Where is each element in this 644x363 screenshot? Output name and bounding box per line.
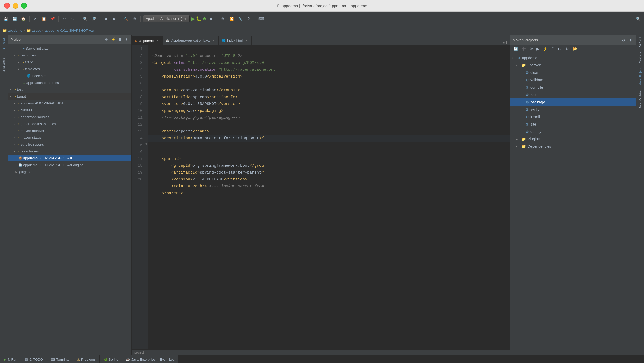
maven-item-appdemo[interactable]: ▾ ⚙ appdemo (510, 54, 636, 61)
structure-icon-btn[interactable]: 2: Structure (2, 56, 6, 73)
forward-button[interactable]: ▶ (110, 15, 118, 22)
tree-item-maven-archiver[interactable]: ▸ ▪ maven-archiver (8, 127, 131, 134)
tree-item-generated-sources[interactable]: ▸ ▪ generated-sources (8, 113, 131, 120)
save-all-button[interactable]: 💾 (2, 15, 10, 22)
back-button[interactable]: ◀ (102, 15, 109, 22)
collapse-button[interactable]: ☰ (118, 37, 123, 42)
art-build-tab[interactable]: Art Build (637, 35, 644, 50)
database-tab[interactable]: Database (637, 50, 644, 65)
replace-button[interactable]: 🔎 (90, 15, 97, 22)
maven-collapse-all-button[interactable]: 📂 (571, 46, 578, 52)
breadcrumb-war[interactable]: appdemo-0.0.1-SNAPSHOT.war (45, 28, 94, 32)
tools-button[interactable]: 🔧 (236, 15, 244, 22)
maven-item-lifecycle[interactable]: ▾ 📁 Lifecycle (510, 61, 636, 69)
tree-item-generated-test-sources[interactable]: ▸ ▪ generated-test-sources (8, 120, 131, 127)
tree-item-resources[interactable]: ▾ ▪ resources (8, 52, 131, 59)
tree-item-appprops[interactable]: ⚙ application.properties (8, 79, 131, 86)
fold-arrow-15[interactable]: ▽ (145, 141, 147, 148)
sync-button[interactable]: 🔄 (11, 15, 18, 22)
tree-item-appdemo-snapshot[interactable]: ▸ ▪ appdemo-0.0.1-SNAPSHOT (8, 100, 131, 107)
bean-validation-tab[interactable]: Bean Validation (637, 88, 644, 110)
tree-item-test-classes[interactable]: ▸ ▪ test-classes (8, 148, 131, 155)
nav-button[interactable]: 🏠 (19, 15, 27, 22)
maven-item-plugins[interactable]: ▸ 📁 Plugins (510, 135, 636, 143)
maven-refresh-button[interactable]: 🔄 (512, 46, 519, 52)
vcs-button[interactable]: 🔀 (228, 15, 235, 22)
tree-item-classes[interactable]: ▸ ▪ classes (8, 107, 131, 113)
maven-item-deploy[interactable]: ⚙ deploy (510, 128, 636, 135)
run-config-dropdown[interactable]: AppdemoApplication (1) ▼ (143, 15, 190, 22)
problems-tab[interactable]: ⚠ Problems (73, 355, 100, 363)
gear-button[interactable]: ⚡ (110, 37, 116, 42)
fullscreen-button[interactable] (21, 3, 27, 9)
help-button[interactable]: ? (245, 15, 252, 22)
breadcrumb-target[interactable]: 📁 target (27, 28, 41, 32)
tree-item-war-selected[interactable]: 📦 appdemo-0.0.1-SNAPSHOT.war (8, 155, 131, 161)
cog-settings-button[interactable]: ⚙ (104, 37, 109, 42)
maven-generate-button[interactable]: ⚙ (564, 46, 570, 52)
paste-button[interactable]: 📌 (49, 15, 56, 22)
maven-item-dependencies[interactable]: ▸ 📁 Dependencies (510, 143, 636, 150)
tree-item-surefire-reports[interactable]: ▸ ▪ surefire-reports (8, 141, 131, 148)
maven-run-button[interactable]: ▶ (535, 46, 541, 52)
close-button[interactable] (4, 3, 10, 9)
tree-item-templates[interactable]: ▾ ▪ templates (8, 65, 131, 72)
java-enterprise-tab[interactable]: ☕ Java Enterprise (122, 355, 159, 363)
maven-item-verify[interactable]: ⚙ verify (510, 106, 636, 113)
tab-appdemoapplication[interactable]: ☕ AppdemoApplication.java ✕ (163, 36, 219, 45)
maven-item-validate[interactable]: ⚙ validate (510, 76, 636, 84)
maven-toggle-button[interactable]: ⬡ (550, 46, 556, 52)
maven-item-install[interactable]: ⚙ install (510, 113, 636, 121)
maven-settings-button[interactable]: ⚙ (621, 37, 627, 43)
tab-indexhtml[interactable]: 🌐 index.html ✕ (219, 36, 252, 45)
stop-button[interactable]: ⏹ (207, 15, 215, 22)
build2-button[interactable]: ⚙ (131, 15, 138, 22)
settings-button[interactable]: ⚙ (219, 15, 227, 22)
maven-item-compile[interactable]: ⚙ compile (510, 84, 636, 91)
redo-button[interactable]: ↪ (69, 15, 77, 22)
event-log-button[interactable]: Event Log (159, 357, 175, 362)
maven-projects-tab[interactable]: Maven Projects (637, 65, 644, 88)
tab-appdemo[interactable]: 🗒 appdemo ✕ (132, 36, 163, 45)
tree-item-war-original[interactable]: 📄 appdemo-0.0.1-SNAPSHOT.war.original (8, 161, 131, 168)
maven-item-site[interactable]: ⚙ site (510, 121, 636, 128)
undo-button[interactable]: ↩ (61, 15, 68, 22)
maven-reload-button[interactable]: ⟳ (528, 46, 534, 52)
maven-item-clean[interactable]: ⚙ clean (510, 69, 636, 76)
build-button[interactable]: 🔨 (122, 15, 130, 22)
tree-item-maven-status[interactable]: ▸ ▪ maven-status (8, 134, 131, 141)
tree-item-target[interactable]: ▾ ▪ target (8, 93, 131, 100)
minimize-button[interactable] (13, 3, 18, 9)
cut-button[interactable]: ✂ (32, 15, 39, 22)
maven-add-button[interactable]: ➕ (520, 46, 527, 52)
maven-run-debug-button[interactable]: ⚡ (542, 46, 549, 52)
tab-close-index[interactable]: ✕ (244, 39, 248, 42)
tab-close-appdemo[interactable]: ✕ (155, 39, 159, 43)
debug-button[interactable]: 🐛 (196, 16, 202, 22)
tab-close-app[interactable]: ✕ (211, 39, 215, 42)
maven-skip-tests-button[interactable]: ⏭ (557, 46, 563, 52)
code-content[interactable]: <?xml version="1.0" encoding="UTF-8"?> <… (148, 45, 510, 349)
maven-item-package[interactable]: ⚙ package (510, 98, 636, 106)
run-tab[interactable]: ▶ 4: Run (0, 355, 21, 363)
breadcrumb-appdemo[interactable]: 📁 appdemo (3, 28, 22, 32)
copy-button[interactable]: 📋 (40, 15, 48, 22)
run-button[interactable]: ▶ (191, 16, 195, 22)
search-everywhere-button[interactable]: 🔍 (634, 15, 642, 22)
maven-item-test[interactable]: ⚙ test (510, 91, 636, 98)
todo-tab[interactable]: ☑ 6: TODO (21, 355, 47, 363)
coverage-button[interactable]: ☘ (203, 16, 206, 21)
tree-item-static[interactable]: ▸ ▪ static (8, 59, 131, 65)
code-editor[interactable]: 12345 678910 1112131415 1617181920 (132, 45, 510, 349)
tree-item-gitignore[interactable]: ⚙ .gitignore (8, 168, 131, 175)
maven-collapse-button[interactable]: ⬍ (628, 37, 633, 43)
tree-item-servletinitializer[interactable]: ● ServletInitializer (8, 45, 131, 52)
terminal-tab[interactable]: ⌨ Terminal (47, 355, 73, 363)
terminal-button[interactable]: ⌨ (257, 15, 265, 22)
expand-button[interactable]: ⬍ (124, 37, 129, 42)
spring-tab[interactable]: 🌿 Spring (100, 355, 123, 363)
tree-item-test[interactable]: ▸ ▪ test (8, 86, 131, 93)
tree-item-indexhtml[interactable]: 🌐 index.html (8, 72, 131, 79)
find-button[interactable]: 🔍 (81, 15, 89, 22)
project-icon-btn[interactable]: 1: Project (2, 36, 6, 51)
